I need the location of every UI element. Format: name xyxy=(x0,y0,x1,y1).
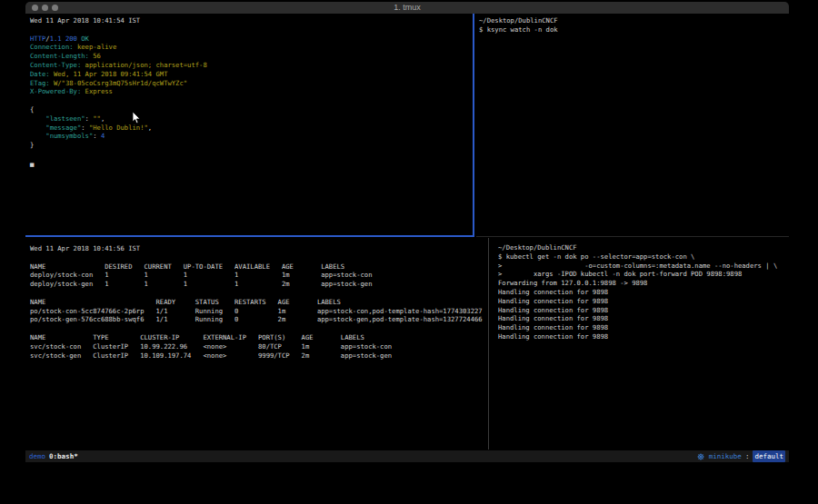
terminal-line: NAME TYPE CLUSTER-IP EXTERNAL-IP PORT(S)… xyxy=(30,333,493,342)
kube-namespace-badge: default xyxy=(753,450,785,462)
terminal-line: Forwarding from 127.0.0.1:9898 -> 9898 xyxy=(498,279,789,288)
terminal-line xyxy=(30,150,477,159)
terminal-line: > -o=custom-columns=:metadata.name --no-… xyxy=(498,262,789,271)
tmux-status-bar: demo 0:bash* minikube:default xyxy=(25,450,789,462)
terminal-line: Content-Length: 56 xyxy=(30,52,477,61)
terminal-line: Handling connection for 9898 xyxy=(498,332,789,341)
terminal-line: Handling connection for 9898 xyxy=(498,297,789,306)
terminal-line: > xargs -IPOD kubectl -n dok port-forwar… xyxy=(498,270,789,279)
mouse-arrow-icon xyxy=(132,112,141,124)
terminal-line: $ ksync watch -n dok xyxy=(479,25,789,35)
terminal-line: ETag: W/"38-05coCsrg3mQ75sHr1d/qcWTwYZc" xyxy=(30,79,477,88)
window-title: 1. tmux xyxy=(25,2,789,14)
terminal-text-segment: OK xyxy=(81,35,89,43)
status-bar-left: demo 0:bash* xyxy=(29,450,78,462)
terminal-text-segment: { xyxy=(30,105,34,114)
terminal-line: Wed 11 Apr 2018 10:41:56 IST xyxy=(30,244,493,253)
terminal-text-segment: X-Powered-By: xyxy=(30,87,81,95)
terminal-text-segment: 4 xyxy=(101,132,105,140)
terminal-text-segment: "" xyxy=(93,114,101,123)
terminal-text-segment xyxy=(30,124,45,132)
terminal-line: ~/Desktop/DublinCNCF xyxy=(498,243,789,252)
status-bar-right: minikube:default xyxy=(697,450,785,462)
terminal-line: Handling connection for 9898 xyxy=(498,288,789,297)
terminal-line: ~/Desktop/DublinCNCF xyxy=(479,16,789,25)
terminal-line xyxy=(30,253,493,262)
tmux-terminal: Wed 11 Apr 2018 10:41:54 IST HTTP/1.1 20… xyxy=(25,14,789,462)
terminal-line xyxy=(30,96,477,105)
terminal-line: Wed 11 Apr 2018 10:41:54 IST xyxy=(30,16,477,25)
terminal-line: $ kubectl get -n dok po --selector=app=s… xyxy=(498,252,789,262)
terminal-line xyxy=(30,289,493,298)
context-separator: : xyxy=(745,450,750,462)
terminal-line: "numsymbols": 4 xyxy=(30,132,477,141)
terminal-line: { xyxy=(30,105,477,114)
terminal-line: } xyxy=(30,141,477,150)
terminal-window: 1. tmux Wed 11 Apr 2018 10:41:54 IST HTT… xyxy=(25,2,789,462)
terminal-text-segment: application/json; charset=utf-8 xyxy=(81,61,206,69)
terminal-text-segment: Content-Type: xyxy=(30,61,81,69)
terminal-text-segment xyxy=(30,132,45,140)
terminal-line xyxy=(30,324,493,333)
terminal-text-segment: Wed, 11 Apr 2018 09:41:54 GMT xyxy=(50,70,168,78)
window-titlebar[interactable]: 1. tmux xyxy=(25,2,789,14)
terminal-line: deploy/stock-gen 1 1 1 1 2m app=stock-ge… xyxy=(30,280,493,289)
terminal-text-segment: ▄ xyxy=(30,159,34,167)
kubernetes-icon xyxy=(697,453,704,460)
pane-kubectl-get[interactable]: Wed 11 Apr 2018 10:41:56 IST NAME DESIRE… xyxy=(25,238,493,450)
terminal-text-segment: keep-alive xyxy=(74,43,117,51)
terminal-line: X-Powered-By: Express xyxy=(30,87,477,96)
pane-port-forward[interactable]: ~/Desktop/DublinCNCF$ kubectl get -n dok… xyxy=(489,238,789,450)
terminal-text-segment: "lastseen" xyxy=(45,114,85,123)
terminal-line: Handling connection for 9898 xyxy=(498,306,789,315)
pane-http-response[interactable]: Wed 11 Apr 2018 10:41:54 IST HTTP/1.1 20… xyxy=(25,14,477,237)
terminal-line: po/stock-con-5cc874766c-2p6rp 1/1 Runnin… xyxy=(30,307,493,316)
terminal-text-segment: Connection: xyxy=(30,43,74,51)
terminal-text-segment: ETag: xyxy=(30,79,50,87)
terminal-line: ▄ xyxy=(30,159,477,168)
kube-context-label: minikube xyxy=(709,450,742,462)
terminal-text-segment: : xyxy=(81,124,89,132)
terminal-line: NAME DESIRED CURRENT UP-TO-DATE AVAILABL… xyxy=(30,262,493,272)
terminal-text-segment: } xyxy=(30,141,34,149)
terminal-text-segment: W/"38-05coCsrg3mQ75sHr1d/qcWTwYZc" xyxy=(50,79,187,87)
terminal-text-segment: : xyxy=(85,114,94,123)
terminal-text-segment: : xyxy=(93,132,101,140)
terminal-text-segment xyxy=(30,114,45,123)
pane-divider-vertical-top[interactable] xyxy=(473,14,474,237)
terminal-text-segment: , xyxy=(148,124,152,132)
pane-divider-horizontal-left[interactable] xyxy=(25,235,474,237)
terminal-line: Handling connection for 9898 xyxy=(498,323,789,332)
terminal-line: svc/stock-gen ClusterIP 10.109.197.74 <n… xyxy=(30,351,493,361)
tmux-session-name: demo xyxy=(29,450,45,462)
terminal-line: svc/stock-con ClusterIP 10.99.222.96 <no… xyxy=(30,342,493,351)
terminal-text-segment: "numsymbols" xyxy=(45,132,93,140)
terminal-line: "lastseen": "", xyxy=(30,114,477,124)
terminal-line: Date: Wed, 11 Apr 2018 09:41:54 GMT xyxy=(30,70,477,79)
terminal-text-segment: 1.1 xyxy=(50,35,62,43)
terminal-text-segment: 56 xyxy=(89,52,101,60)
terminal-line: Handling connection for 9898 xyxy=(498,314,789,323)
terminal-text-segment: Content-Length: xyxy=(30,52,89,60)
terminal-text-segment: Express xyxy=(81,87,113,95)
terminal-line: Content-Type: application/json; charset=… xyxy=(30,61,477,70)
terminal-text-segment: 200 xyxy=(65,35,77,43)
terminal-text-segment: "message" xyxy=(45,124,81,132)
terminal-line: NAME READY STATUS RESTARTS AGE LABELS xyxy=(30,298,493,307)
terminal-line xyxy=(30,25,477,35)
terminal-text-segment: , xyxy=(101,114,105,123)
pane-ksync-watch[interactable]: ~/Desktop/DublinCNCF$ ksync watch -n dok xyxy=(475,14,789,237)
terminal-line: po/stock-gen-576cc688bb-swqf6 1/1 Runnin… xyxy=(30,315,493,324)
terminal-line: "message": "Hello Dublin!", xyxy=(30,124,477,133)
terminal-line: Connection: keep-alive xyxy=(30,43,477,52)
tmux-window-tab[interactable]: 0:bash* xyxy=(49,450,78,462)
terminal-line: HTTP/1.1 200 OK xyxy=(30,35,477,44)
terminal-line: deploy/stock-con 1 1 1 1 1m app=stock-co… xyxy=(30,271,493,280)
terminal-text-segment: Wed 11 Apr 2018 10:41:54 IST xyxy=(30,16,140,25)
terminal-text-segment: Date: xyxy=(30,70,50,78)
terminal-text-segment: HTTP xyxy=(30,35,45,43)
